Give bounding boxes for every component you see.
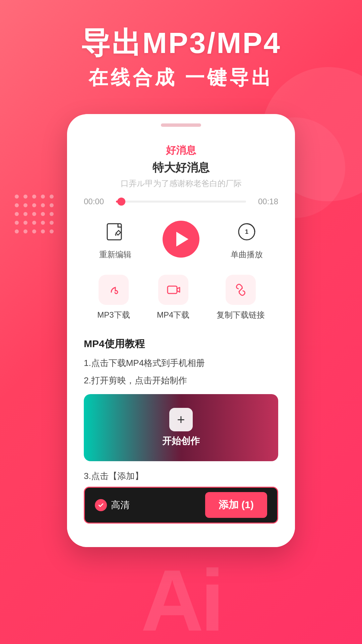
loop-label: 单曲播放 bbox=[231, 249, 263, 260]
svg-rect-4 bbox=[168, 286, 177, 293]
tutorial-step-1: 1.点击下载MP4格式到手机相册 bbox=[84, 356, 278, 370]
loop-icon: 1 bbox=[233, 218, 260, 245]
edit-control[interactable]: 重新编辑 bbox=[99, 218, 131, 260]
ai-watermark: Ai bbox=[0, 557, 362, 644]
tutorial-step-3: 3.点击【添加】 bbox=[84, 469, 278, 483]
play-button[interactable] bbox=[163, 221, 199, 258]
svg-line-5 bbox=[239, 288, 242, 291]
add-button[interactable]: 添加 (1) bbox=[205, 492, 267, 518]
jianying-preview: + 开始创作 bbox=[84, 394, 278, 461]
phone-speaker bbox=[161, 123, 201, 127]
phone-mockup: 好消息 特大好消息 口弄ル甲为了感谢称老爸白的厂际 00:00 00:18 bbox=[67, 114, 295, 547]
song-label: 好消息 bbox=[84, 144, 278, 157]
mp4-label: MP4下载 bbox=[157, 310, 189, 320]
edit-label: 重新编辑 bbox=[99, 249, 131, 260]
song-desc: 口弄ル甲为了感谢称老爸白的厂际 bbox=[84, 178, 278, 189]
sub-title: 在线合成 一键导出 bbox=[0, 65, 362, 91]
mp3-download[interactable]: MP3下载 bbox=[97, 275, 130, 320]
hd-check-icon bbox=[95, 499, 107, 511]
play-icon bbox=[176, 232, 188, 247]
link-icon-bg bbox=[226, 275, 256, 305]
svg-rect-0 bbox=[107, 224, 121, 240]
tutorial-section: MP4使用教程 1.点击下载MP4格式到手机相册 2.打开剪映，点击开始制作 +… bbox=[84, 337, 278, 530]
main-title: 导出MP3/MP4 bbox=[0, 27, 362, 59]
mp4-download[interactable]: MP4下载 bbox=[157, 275, 189, 320]
tutorial-title: MP4使用教程 bbox=[84, 337, 278, 351]
download-row: MP3下载 MP4下载 bbox=[84, 275, 278, 320]
time-start: 00:00 bbox=[84, 197, 111, 206]
mp4-icon-bg bbox=[158, 275, 188, 305]
mp3-label: MP3下载 bbox=[97, 310, 130, 320]
header-section: 导出MP3/MP4 在线合成 一键导出 bbox=[0, 0, 362, 91]
create-label: 开始创作 bbox=[162, 435, 200, 447]
hd-text: 高清 bbox=[111, 499, 130, 512]
play-control[interactable] bbox=[163, 221, 199, 258]
create-btn[interactable]: + 开始创作 bbox=[162, 408, 200, 447]
tutorial-step-2: 2.打开剪映，点击开始制作 bbox=[84, 374, 278, 388]
hd-label: 高清 bbox=[95, 499, 130, 512]
mp3-icon-bg bbox=[99, 275, 129, 305]
song-title: 特大好消息 bbox=[84, 160, 278, 175]
time-end: 00:18 bbox=[251, 197, 278, 206]
copy-link[interactable]: 复制下载链接 bbox=[217, 275, 265, 320]
controls-row: 重新编辑 1 单曲播放 bbox=[84, 218, 278, 260]
plus-icon: + bbox=[169, 408, 193, 431]
add-bar: 高清 添加 (1) bbox=[84, 487, 278, 524]
phone-content: 好消息 特大好消息 口弄ル甲为了感谢称老爸白的厂际 00:00 00:18 bbox=[67, 133, 295, 547]
svg-line-1 bbox=[115, 234, 116, 236]
progress-bar[interactable] bbox=[116, 201, 246, 203]
edit-icon bbox=[102, 218, 129, 245]
svg-text:1: 1 bbox=[245, 228, 248, 235]
link-label: 复制下载链接 bbox=[217, 310, 265, 320]
loop-control[interactable]: 1 单曲播放 bbox=[231, 218, 263, 260]
song-info: 好消息 特大好消息 口弄ル甲为了感谢称老爸白的厂际 bbox=[84, 144, 278, 189]
progress-dot bbox=[117, 198, 125, 206]
progress-bar-container: 00:00 00:18 bbox=[84, 197, 278, 206]
